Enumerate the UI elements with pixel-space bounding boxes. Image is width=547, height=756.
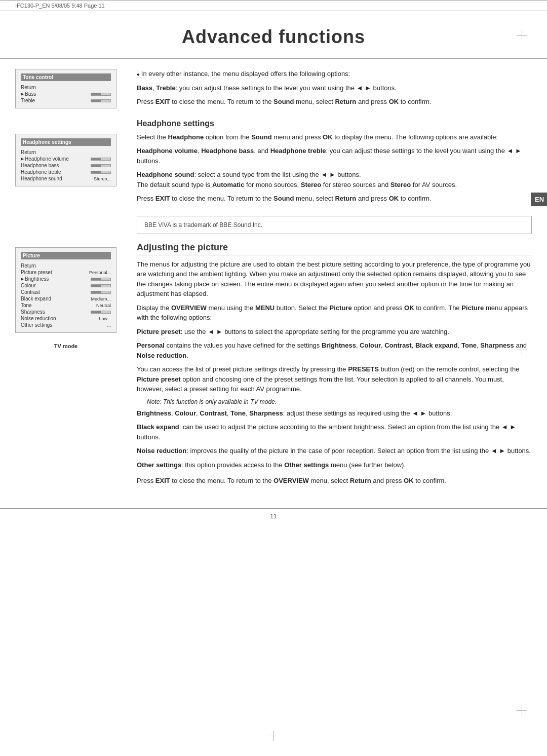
bass-bar	[91, 93, 111, 96]
header-left-text: IFC130-P_EN 5/08/05 9:48 Page 11	[15, 3, 105, 9]
hp-treble-bar	[91, 171, 111, 174]
sidebar: Tone control Return ▶ Bass Treble Headph…	[15, 69, 127, 498]
headphone-menu-box: Headphone settings Return ▶ Headphone vo…	[15, 134, 116, 186]
picture-menu-item-brightness: ▶ Brightness	[21, 276, 111, 282]
bbe-box: BBE ViVA is a trademark of BBE Sound Inc…	[137, 216, 532, 234]
picture-menu-item-sharpness: Sharpness	[21, 309, 111, 315]
black-expand-text: Black expand: can be used to adjust the …	[137, 422, 532, 442]
tone-menu-item-return: Return	[21, 84, 111, 91]
note-italic-text: Note: This function is only available in…	[147, 398, 532, 405]
tone-control-menu-box: Tone control Return ▶ Bass Treble	[15, 69, 116, 108]
volume-arrow: ▶	[21, 157, 24, 161]
picture-preset-text: Picture preset: use the ◄ ► buttons to s…	[137, 327, 532, 337]
tv-mode-label: TV mode	[15, 343, 116, 349]
headphone-menu-item-volume: ▶ Headphone volume	[21, 156, 111, 162]
brightness-arrow: ▶	[21, 277, 24, 281]
picture-menu-title: Picture	[21, 252, 111, 259]
sharpness-bar	[91, 311, 111, 314]
picture-menu-item-noise: Noise reduction Low...	[21, 315, 111, 322]
crosshair-decoration-bottom-right	[517, 705, 527, 715]
brightness-etc-text: Brightness, Colour, Contrast, Tone, Shar…	[137, 408, 532, 419]
contrast-bar	[91, 291, 111, 294]
bass-treble-text: Bass, Treble: you can adjust these setti…	[137, 83, 532, 93]
headphone-menu-item-bass: Headphone bass	[21, 162, 111, 169]
headphone-menu-item-return: Return	[21, 149, 111, 156]
headphone-vol-bass-treble-text: Headphone volume, Headphone bass, and He…	[137, 146, 532, 166]
crosshair-decoration-bottom-center	[268, 731, 279, 741]
tone-control-title: Tone control	[21, 73, 111, 81]
page-footer: 11	[0, 508, 547, 524]
page-title: Advanced functions	[15, 26, 532, 48]
picture-menu-item-contrast: Contrast	[21, 289, 111, 295]
page-number: 11	[270, 513, 277, 520]
tone-control-section: In every other instance, the menu displa…	[137, 69, 532, 107]
headphone-menu-title: Headphone settings	[21, 138, 111, 146]
page-title-bar: Advanced functions	[0, 11, 547, 59]
brightness-bar	[91, 278, 111, 281]
tone-bullet-text: In every other instance, the menu displa…	[137, 69, 532, 79]
hp-volume-bar	[91, 158, 111, 161]
headphone-menu-item-sound: Headphone sound Stereo...	[21, 175, 111, 182]
page-layout: Tone control Return ▶ Bass Treble Headph…	[0, 69, 547, 498]
tone-menu-item-treble: Treble	[21, 97, 111, 104]
en-badge: EN	[531, 193, 547, 206]
bass-arrow: ▶	[21, 92, 24, 96]
tone-menu-item-bass: ▶ Bass	[21, 91, 111, 97]
crosshair-decoration-mid-right	[517, 345, 527, 355]
treble-label: Treble	[156, 84, 175, 92]
exit-return-1: Press EXIT to close the menu. To return …	[137, 97, 532, 107]
exit-return-2: Press EXIT to close the menu. To return …	[137, 194, 532, 204]
picture-menu-item-tone: Tone Neutral	[21, 302, 111, 309]
headphone-section: Headphone settings Select the Headphone …	[137, 119, 532, 204]
hp-bass-bar	[91, 164, 111, 167]
headphone-sound-text: Headphone sound: select a sound type fro…	[137, 170, 532, 190]
top-header: IFC130-P_EN 5/08/05 9:48 Page 11	[0, 0, 547, 11]
other-settings-text: Other settings: this option provides acc…	[137, 460, 532, 470]
treble-bar	[91, 99, 111, 102]
colour-bar	[91, 284, 111, 287]
noise-reduction-text: Noise reduction: improves the quality of…	[137, 446, 532, 456]
picture-menu-item-black-expand: Black expand Medium...	[21, 295, 111, 302]
personal-desc-text: Personal contains the values you have de…	[137, 341, 532, 360]
headphone-section-title: Headphone settings	[137, 119, 532, 128]
sidebar-spacer-2	[15, 197, 116, 247]
picture-menu-item-preset: Picture preset Personal...	[21, 269, 111, 276]
picture-menu-box: Picture Return Picture preset Personal..…	[15, 247, 116, 333]
overview-display-text: Display the OVERVIEW menu using the MENU…	[137, 303, 532, 323]
sidebar-spacer-1	[15, 119, 116, 134]
bass-label: Bass	[137, 84, 152, 92]
picture-menu-item-colour: Colour	[21, 282, 111, 289]
crosshair-decoration-top-right	[517, 30, 527, 41]
picture-menu-item-other: Other settings ...	[21, 322, 111, 328]
presets-access-text: You can access the list of preset pictur…	[137, 364, 532, 394]
main-content: In every other instance, the menu displa…	[127, 69, 532, 498]
exit-return-3: Press EXIT to close the menu. To return …	[137, 476, 532, 486]
picture-menu-item-return: Return	[21, 262, 111, 269]
bbe-text: BBE ViVA is a trademark of BBE Sound Inc…	[144, 221, 262, 229]
headphone-intro-text: Select the Headphone option from the Sou…	[137, 132, 532, 142]
adjusting-picture-section: Adjusting the picture The menus for adju…	[137, 242, 532, 486]
adjusting-intro-text: The menus for adjusting the picture are …	[137, 259, 532, 299]
adjusting-picture-title: Adjusting the picture	[137, 242, 532, 255]
headphone-menu-item-treble: Headphone treble	[21, 169, 111, 175]
